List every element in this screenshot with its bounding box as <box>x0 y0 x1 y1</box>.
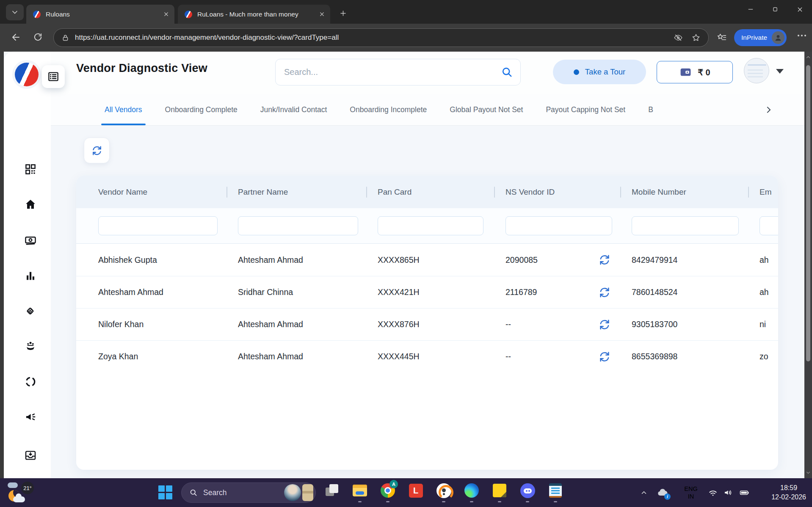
take-a-tour-button[interactable]: Take a Tour <box>553 60 646 84</box>
user-avatar[interactable] <box>744 58 769 83</box>
handshake-icon <box>24 305 37 317</box>
table-row[interactable]: Nilofer Khan Ahtesham Ahmad XXXX876H -- … <box>76 308 778 340</box>
sidebar-item-team[interactable] <box>24 340 37 353</box>
sync-ns-id-icon[interactable] <box>598 286 611 299</box>
refresh-table-button[interactable] <box>84 138 110 163</box>
page-viewport: Vendor Diagnostic View Take a Tour ₹ 0 A… <box>0 52 812 478</box>
tab-all-vendors[interactable]: All Vendors <box>105 94 142 125</box>
language-indicator[interactable]: ENG IN <box>681 478 701 507</box>
filter-input-ns-vendor-id[interactable] <box>505 216 612 235</box>
url-text[interactable]: https://uat.ruconnect.in/vendor-manageme… <box>75 33 665 42</box>
taskbar-search[interactable]: Search <box>181 482 316 503</box>
tab-payout-capping-not-set[interactable]: Payout Capping Not Set <box>546 94 625 125</box>
discord-button[interactable] <box>520 483 535 498</box>
search-icon[interactable] <box>501 66 513 78</box>
sidebar-item-status[interactable] <box>24 375 37 388</box>
start-button[interactable] <box>158 485 173 500</box>
avatar-caret-icon[interactable] <box>776 69 784 74</box>
table-filter-row <box>76 208 778 244</box>
tab-junk-invalid-contact[interactable]: Junk/Invalid Contact <box>260 94 327 125</box>
sync-ns-id-icon[interactable] <box>598 253 611 266</box>
tab-close-icon[interactable] <box>319 11 325 17</box>
sync-ns-id-icon[interactable] <box>598 318 611 331</box>
chrome-button[interactable]: A <box>380 483 395 498</box>
browser-tab-active[interactable]: Ruloans <box>26 5 174 24</box>
search-highlight-image[interactable] <box>284 484 301 501</box>
battery-tray-icon[interactable] <box>738 478 750 507</box>
ns-value: -- <box>505 320 511 329</box>
back-button[interactable] <box>11 32 21 42</box>
search-input[interactable] <box>284 59 496 85</box>
tray-overflow-button[interactable] <box>640 478 648 507</box>
sidebar-item-payouts[interactable] <box>24 234 37 247</box>
table-row[interactable]: Zoya Khan Ahtesham Ahmad XXXX445H -- 865… <box>76 340 778 372</box>
minimize-button[interactable] <box>738 1 763 18</box>
sidebar-item-reports[interactable] <box>24 270 37 282</box>
favorites-bar-icon[interactable] <box>716 32 727 43</box>
folder-icon <box>353 485 367 496</box>
tab-onboarding-incomplete[interactable]: Onboarding Incomplete <box>350 94 427 125</box>
sticky-notes-button[interactable] <box>492 483 507 498</box>
tabs-scroll-right-button[interactable] <box>764 105 773 114</box>
browser-scrollbar[interactable] <box>804 52 812 478</box>
volume-tray-icon[interactable] <box>723 478 733 507</box>
inprivate-badge[interactable]: InPrivate <box>734 29 787 46</box>
cell-vendor-name: Zoya Khan <box>76 352 226 361</box>
cell-email: zo <box>748 352 778 361</box>
address-bar[interactable]: https://uat.ruconnect.in/vendor-manageme… <box>53 28 709 47</box>
close-button[interactable] <box>787 1 812 18</box>
new-tab-button[interactable] <box>336 6 350 20</box>
ruloans-logo[interactable] <box>15 63 39 86</box>
browser-menu-button[interactable] <box>798 35 806 36</box>
filter-input-pan-card[interactable] <box>378 216 483 235</box>
sidebar-item-inbox[interactable] <box>24 449 37 462</box>
inbox-icon <box>24 449 37 462</box>
task-view-button[interactable] <box>324 483 340 498</box>
clock-widget[interactable]: 18:59 12-02-2026 <box>771 478 806 507</box>
tab-truncated[interactable]: B <box>648 94 653 125</box>
filter-input-email[interactable] <box>760 216 778 235</box>
weather-widget[interactable]: 21° <box>7 482 36 504</box>
maximize-button[interactable] <box>763 1 787 18</box>
tab-search-button[interactable] <box>6 4 24 20</box>
list-menu-icon <box>47 70 60 83</box>
table-row[interactable]: Abhishek Gupta Ahtesham Ahmad XXXX865H 2… <box>76 244 778 276</box>
tab-close-icon[interactable] <box>163 11 169 17</box>
reload-button[interactable] <box>33 32 43 42</box>
favorite-star-icon[interactable] <box>691 33 701 42</box>
wallet-button[interactable]: ₹ 0 <box>657 61 733 83</box>
sidebar-item-home[interactable] <box>24 198 37 211</box>
scrollbar-up-arrow[interactable] <box>804 53 812 61</box>
window-edge <box>0 52 4 478</box>
taskbar: 21° Search A L i ENG IN <box>0 478 812 507</box>
filter-input-vendor-name[interactable] <box>98 216 218 235</box>
tab-onboarding-complete[interactable]: Onboarding Complete <box>165 94 238 125</box>
cell-mobile-number: 8655369898 <box>620 352 748 361</box>
file-explorer-button[interactable] <box>352 483 367 498</box>
wifi-tray-icon[interactable] <box>708 478 718 507</box>
cell-partner-name: Ahtesham Ahmad <box>226 352 366 361</box>
sidebar-item-announcements[interactable] <box>24 411 37 423</box>
notepad-button[interactable] <box>548 483 563 498</box>
sidebar-toggle-button[interactable] <box>42 65 65 88</box>
inprivate-label: InPrivate <box>741 34 767 41</box>
onedrive-tray-icon[interactable]: i <box>656 478 669 507</box>
l-app-button[interactable]: L <box>408 483 423 498</box>
table-row[interactable]: Ahtesham Ahmad Sridhar Chinna XXXX421H 2… <box>76 276 778 308</box>
sidebar-item-qr[interactable] <box>24 163 37 176</box>
sync-ns-id-icon[interactable] <box>598 350 611 363</box>
edge-button[interactable] <box>464 483 479 498</box>
scrollbar-down-arrow[interactable] <box>804 469 812 477</box>
tracking-prevention-icon[interactable] <box>674 33 683 42</box>
tab-global-payout-not-set[interactable]: Global Payout Not Set <box>450 94 523 125</box>
browser-tab-inactive[interactable]: RuLoans - Much more than money <box>178 5 330 24</box>
qr-code-icon <box>24 163 37 176</box>
filter-input-partner-name[interactable] <box>238 216 358 235</box>
filter-input-mobile-number[interactable] <box>632 216 739 235</box>
bar-chart-icon <box>24 270 37 282</box>
openvpn-button[interactable] <box>436 483 451 498</box>
ns-value: 2090085 <box>505 255 538 265</box>
scrollbar-thumb[interactable] <box>806 65 810 361</box>
browser-tab-title: RuLoans - Much more than money <box>197 11 315 18</box>
sidebar-item-partners[interactable] <box>24 305 37 317</box>
